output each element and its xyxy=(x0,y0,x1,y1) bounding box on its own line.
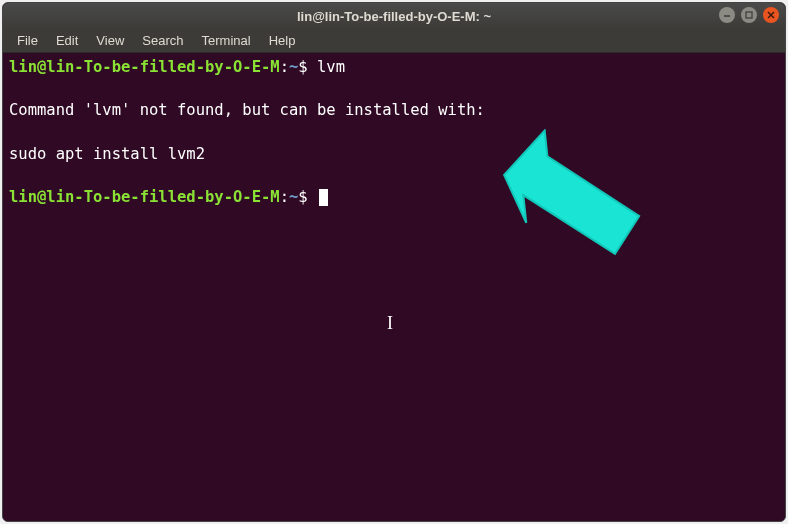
menu-help[interactable]: Help xyxy=(261,31,304,50)
close-button[interactable] xyxy=(763,7,779,23)
cursor-icon xyxy=(319,189,328,206)
title-bar: lin@lin-To-be-filled-by-O-E-M: ~ xyxy=(3,3,785,29)
prompt-dollar: $ xyxy=(298,58,307,76)
menu-view[interactable]: View xyxy=(88,31,132,50)
menu-file[interactable]: File xyxy=(9,31,46,50)
prompt-separator: : xyxy=(280,188,289,206)
prompt-separator: : xyxy=(280,58,289,76)
menu-terminal[interactable]: Terminal xyxy=(194,31,259,50)
terminal-line: lin@lin-To-be-filled-by-O-E-M:~$ lvm xyxy=(9,57,779,79)
prompt-user-host: lin@lin-To-be-filled-by-O-E-M xyxy=(9,188,280,206)
command-input: lvm xyxy=(317,58,345,76)
terminal-blank-line xyxy=(9,122,779,144)
terminal-output: sudo apt install lvm2 xyxy=(9,144,779,166)
menu-search[interactable]: Search xyxy=(134,31,191,50)
terminal-blank-line xyxy=(9,79,779,101)
terminal-output: Command 'lvm' not found, but can be inst… xyxy=(9,100,779,122)
terminal-window: lin@lin-To-be-filled-by-O-E-M: ~ File Ed… xyxy=(2,2,786,522)
prompt-path: ~ xyxy=(289,188,298,206)
window-title: lin@lin-To-be-filled-by-O-E-M: ~ xyxy=(297,9,491,24)
prompt-user-host: lin@lin-To-be-filled-by-O-E-M xyxy=(9,58,280,76)
terminal-area[interactable]: lin@lin-To-be-filled-by-O-E-M:~$ lvm Com… xyxy=(3,53,785,521)
minimize-button[interactable] xyxy=(719,7,735,23)
prompt-dollar: $ xyxy=(298,188,307,206)
prompt-path: ~ xyxy=(289,58,298,76)
menu-edit[interactable]: Edit xyxy=(48,31,86,50)
maximize-button[interactable] xyxy=(741,7,757,23)
terminal-line: lin@lin-To-be-filled-by-O-E-M:~$ xyxy=(9,187,779,209)
window-controls xyxy=(719,7,779,23)
menu-bar: File Edit View Search Terminal Help xyxy=(3,29,785,53)
terminal-blank-line xyxy=(9,165,779,187)
ibeam-cursor-icon: I xyxy=(387,311,393,336)
svg-rect-1 xyxy=(746,12,752,18)
